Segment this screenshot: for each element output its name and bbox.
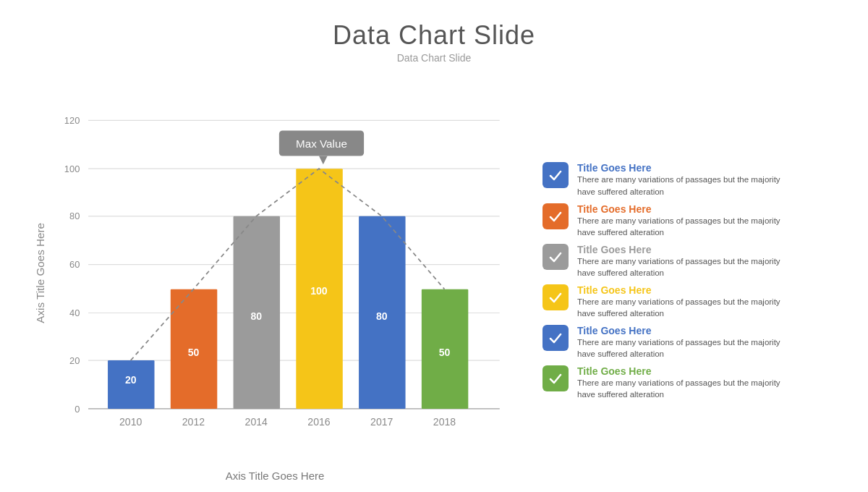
header: Data Chart Slide Data Chart Slide xyxy=(333,20,535,64)
y-axis-label: Axis Title Goes Here xyxy=(34,223,46,323)
sub-title: Data Chart Slide xyxy=(333,52,535,64)
legend-desc-5: There are many variations of passages bu… xyxy=(577,336,787,360)
legend-title-3: Title Goes Here xyxy=(577,244,787,255)
checkmark-icon xyxy=(548,289,563,305)
bar-label-2012: 50 xyxy=(188,347,200,358)
legend-title-2: Title Goes Here xyxy=(577,203,787,215)
max-value-label: Max Value xyxy=(296,137,347,150)
legend-item-4: Title Goes HereThere are many variations… xyxy=(542,284,839,319)
legend-title-1: Title Goes Here xyxy=(577,162,787,174)
x-label-2017: 2017 xyxy=(370,416,393,428)
y-tick-60: 60 xyxy=(69,259,80,270)
legend-desc-1: There are many variations of passages bu… xyxy=(577,174,787,197)
legend-text-5: Title Goes HereThere are many variations… xyxy=(577,325,787,360)
legend-icon-1 xyxy=(542,162,569,188)
bar-label-2016: 100 xyxy=(310,285,328,297)
legend-icon-6 xyxy=(542,365,569,391)
y-tick-0: 0 xyxy=(75,404,80,415)
y-tick-80: 80 xyxy=(69,211,80,222)
legend-desc-6: There are many variations of passages bu… xyxy=(577,377,787,400)
checkmark-icon xyxy=(548,208,563,224)
legend-icon-4 xyxy=(542,284,569,310)
legend-item-2: Title Goes HereThere are many variations… xyxy=(542,203,839,238)
slide: Data Chart Slide Data Chart Slide Axis T… xyxy=(0,0,868,492)
legend-desc-3: There are many variations of passages bu… xyxy=(577,255,787,279)
y-tick-100: 100 xyxy=(64,164,80,174)
legend-icon-2 xyxy=(542,203,569,229)
x-axis-label: Axis Title Goes Here xyxy=(29,470,521,485)
legend-text-3: Title Goes HereThere are many variations… xyxy=(577,244,787,279)
legend-desc-2: There are many variations of passages bu… xyxy=(577,215,787,238)
x-label-2014: 2014 xyxy=(245,416,268,428)
bar-label-2014: 80 xyxy=(250,310,262,322)
x-label-2010: 2010 xyxy=(119,416,142,428)
chart-wrapper: Axis Title Goes Here 0 20 40 60 xyxy=(29,71,521,467)
legend-item-5: Title Goes HereThere are many variations… xyxy=(542,325,839,360)
bar-label-2017: 80 xyxy=(376,310,388,322)
y-tick-40: 40 xyxy=(69,308,80,318)
content-area: Axis Title Goes Here 0 20 40 60 xyxy=(0,71,868,492)
legend-item-6: Title Goes HereThere are many variations… xyxy=(542,365,839,400)
legend-text-2: Title Goes HereThere are many variations… xyxy=(577,203,787,238)
main-title: Data Chart Slide xyxy=(333,20,535,51)
legend-title-5: Title Goes Here xyxy=(577,325,787,336)
y-tick-20: 20 xyxy=(69,355,80,366)
legend-desc-4: There are many variations of passages bu… xyxy=(577,296,787,319)
legend-title-4: Title Goes Here xyxy=(577,284,787,296)
checkmark-icon xyxy=(548,370,563,386)
checkmark-icon xyxy=(548,249,563,265)
legend-title-6: Title Goes Here xyxy=(577,365,787,377)
legend-text-6: Title Goes HereThere are many variations… xyxy=(577,365,787,400)
x-label-2012: 2012 xyxy=(182,416,205,428)
legend-icon-3 xyxy=(542,244,569,270)
legend-area: Title Goes HereThere are many variations… xyxy=(521,71,839,485)
chart-area: Axis Title Goes Here 0 20 40 60 xyxy=(29,71,521,485)
legend-text-4: Title Goes HereThere are many variations… xyxy=(577,284,787,319)
checkmark-icon xyxy=(548,330,563,346)
chart-svg: Axis Title Goes Here 0 20 40 60 xyxy=(29,71,521,467)
max-value-pointer xyxy=(319,156,328,165)
x-label-2016: 2016 xyxy=(307,416,330,428)
legend-item-3: Title Goes HereThere are many variations… xyxy=(542,244,839,279)
legend-item-1: Title Goes HereThere are many variations… xyxy=(542,162,839,197)
legend-text-1: Title Goes HereThere are many variations… xyxy=(577,162,787,197)
x-label-2018: 2018 xyxy=(433,416,456,428)
checkmark-icon xyxy=(548,167,563,183)
y-tick-120: 120 xyxy=(64,115,80,126)
legend-icon-5 xyxy=(542,325,569,351)
bar-label-2018: 50 xyxy=(439,347,451,358)
bar-label-2010: 20 xyxy=(125,374,137,386)
